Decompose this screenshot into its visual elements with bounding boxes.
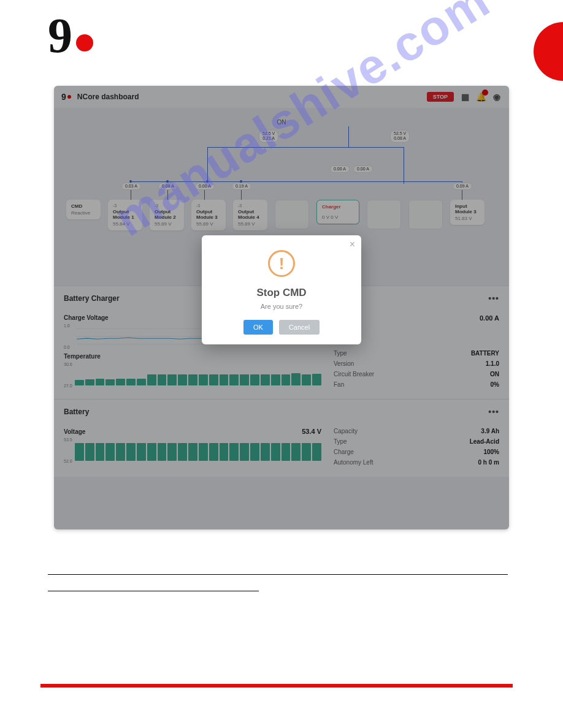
- cancel-button[interactable]: Cancel: [279, 320, 320, 335]
- warning-icon: !: [268, 250, 295, 277]
- dashboard-screenshot: 9 NCore dashboard STOP ▦ 🔔 ◉ ON 52.5 V0.…: [54, 86, 509, 529]
- divider: [48, 591, 259, 591]
- modal-text: Are you sure?: [215, 303, 348, 310]
- ok-button[interactable]: OK: [243, 320, 273, 335]
- side-red-tab: [534, 22, 563, 81]
- modal-title: Stop CMD: [215, 287, 348, 299]
- brand-logo: 9: [48, 16, 93, 55]
- footer-red-bar: [40, 684, 513, 688]
- close-icon[interactable]: ×: [350, 239, 355, 250]
- stop-confirm-modal: × ! Stop CMD Are you sure? OK Cancel: [202, 235, 361, 344]
- logo-dot-icon: [76, 34, 93, 51]
- divider: [48, 574, 508, 575]
